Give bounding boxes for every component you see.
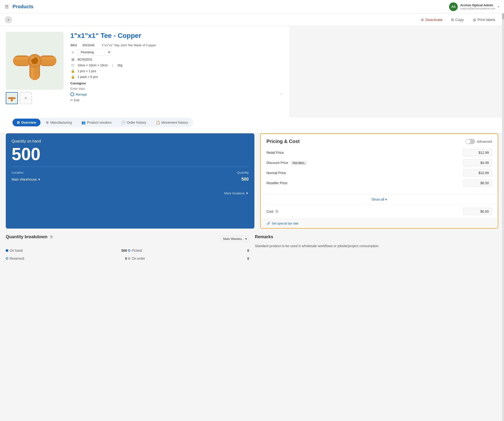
- weight-value: 16g: [117, 63, 122, 67]
- pack-icon: 🔒: [70, 75, 75, 79]
- panels-row: Quantity on hand 500 Location Quantity M…: [0, 133, 504, 229]
- action-buttons: ⊘ Deactivate ⧉ Copy 🖨 Print labels: [417, 16, 499, 24]
- tab-overview[interactable]: ⊞ Overview: [13, 119, 40, 126]
- retail-price-row: Retail Price: [266, 149, 492, 156]
- copy-icon: ⧉: [451, 18, 454, 22]
- remarks-text: Standard product to be used in wholesale…: [255, 243, 498, 249]
- advanced-label: Advanced: [477, 140, 492, 143]
- product-description: 1"x1"x1" Slip Joint Tee Made of Copper: [102, 43, 156, 47]
- tax-rate-link[interactable]: 🔗 Set special tax rate: [266, 222, 492, 225]
- top-nav: ☰ Products AA Archon Optical Admin suppo…: [0, 0, 504, 14]
- tab-product-vendors[interactable]: 👥 Product vendors: [77, 119, 116, 126]
- tab-manufacturing[interactable]: ⚙ Manufacturing: [41, 119, 76, 126]
- on-hand-label: On hand: [6, 249, 23, 252]
- normal-price-input[interactable]: [463, 169, 492, 177]
- location-dropdown-icon[interactable]: ▾: [38, 177, 40, 181]
- product-image-svg: [13, 41, 56, 80]
- advanced-toggle-switch[interactable]: [465, 139, 475, 144]
- barcode-icon: ▦: [70, 57, 75, 61]
- user-email: support@archonsystems.com: [460, 7, 495, 10]
- pricing-inner: Pricing & Cost Advanced Retail Price Dis…: [261, 134, 498, 194]
- cost-input[interactable]: [463, 208, 492, 215]
- breakdown-help-icon[interactable]: ?: [49, 235, 53, 239]
- on-hand-bullet: [6, 249, 8, 252]
- deactivate-button[interactable]: ⊘ Deactivate: [417, 16, 446, 24]
- warehouse-select[interactable]: Main Warebo... ▾: [221, 236, 249, 242]
- dimensions-icon: ⊡: [70, 63, 75, 67]
- qty-breakdown-section: Quantity breakdown ? Main Warebo... ▾ On…: [6, 234, 249, 262]
- unit-icon: 🔒: [70, 69, 75, 73]
- user-avatar[interactable]: AA: [449, 2, 458, 11]
- image-thumbnails: +: [6, 92, 64, 104]
- unit-conversion: 1 pcs = 1 pcs: [78, 69, 96, 73]
- user-info: AA Archon Optical Admin support@archonsy…: [449, 2, 499, 11]
- category-select[interactable]: Plumbing: [78, 49, 111, 55]
- normal-price-row: Normal Price: [266, 169, 492, 177]
- more-locations-button[interactable]: More locations ▼: [12, 182, 249, 195]
- pricing-header: Pricing & Cost Advanced: [266, 139, 492, 144]
- tab-order-history[interactable]: 🕐 Order history: [117, 119, 151, 126]
- tab-movement-history[interactable]: 📋 Movement history: [152, 119, 192, 126]
- remarks-section: Remarks Standard product to be used in w…: [255, 234, 498, 262]
- discount-price-row: Discount Price TAX INCL.: [266, 159, 492, 166]
- user-name: Archon Optical Admin: [460, 3, 495, 7]
- warehouse-label: Main Warebo...: [223, 237, 244, 241]
- copy-button[interactable]: ⧉ Copy: [447, 16, 468, 24]
- tab-movement-icon: 📋: [156, 121, 160, 124]
- qty-number: 500: [12, 145, 249, 163]
- tax-rate-label: Set special tax rate: [272, 222, 298, 225]
- normal-price-label: Normal Price: [266, 171, 463, 175]
- tax-rate-row: 🔗 Set special tax rate: [261, 218, 498, 228]
- category-icon: ≡: [70, 50, 75, 54]
- close-button[interactable]: ×: [5, 16, 12, 23]
- retail-price-input[interactable]: [463, 149, 492, 156]
- qty-divider: [12, 167, 249, 167]
- tab-vendors-icon: 👥: [81, 121, 86, 124]
- help-icon[interactable]: ?: [275, 210, 279, 213]
- show-all-row: Show all ▾: [261, 194, 498, 204]
- edit-label: Edit: [74, 98, 79, 102]
- breakdown-title: Quantity breakdown ?: [6, 234, 53, 239]
- consignor-block: Consignor: [70, 81, 119, 90]
- tab-overview-icon: ⊞: [17, 121, 20, 124]
- tab-order-label: Order history: [127, 121, 146, 124]
- tabs-container: ⊞ Overview ⚙ Manufacturing 👥 Product ven…: [0, 118, 504, 133]
- pack-conversion: 1 pack = 5 pcs: [78, 75, 98, 79]
- add-image-button[interactable]: +: [20, 92, 32, 104]
- tab-order-icon: 🕐: [121, 121, 125, 124]
- category-row: ≡ Plumbing: [70, 49, 283, 55]
- user-chevron-icon[interactable]: ▾: [498, 5, 499, 8]
- nav-title: Products: [13, 4, 449, 9]
- print-labels-button[interactable]: 🖨 Print labels: [469, 16, 499, 24]
- hamburger-icon[interactable]: ☰: [5, 4, 9, 9]
- pricing-title: Pricing & Cost: [266, 139, 300, 144]
- dimensions-value: 10cm × 10cm × 10cm: [78, 63, 108, 67]
- edit-link[interactable]: ✏ Edit: [70, 98, 283, 102]
- svg-rect-2: [13, 57, 30, 60]
- manage-circle-icon: [70, 92, 74, 96]
- manage-label: Manage: [76, 93, 87, 96]
- qty-row-value: 500: [241, 177, 249, 182]
- dimensions-row: ⊡ 10cm × 10cm × 10cm | 16g: [70, 63, 283, 67]
- edit-pencil-icon: ✏: [70, 98, 73, 102]
- breakdown-picked: Picked 0: [128, 247, 249, 254]
- consignor-input[interactable]: [70, 87, 119, 90]
- scrollbar[interactable]: [502, 0, 504, 268]
- pack-conversion-row: 🔒 1 pack = 5 pcs: [70, 75, 283, 79]
- action-bar: × ⊘ Deactivate ⧉ Copy 🖨 Print labels: [0, 14, 504, 26]
- discount-price-input[interactable]: [463, 159, 492, 166]
- warehouse-chevron: ▾: [245, 237, 247, 241]
- reseller-price-input[interactable]: [463, 179, 492, 187]
- reserved-label: Reserved: [6, 257, 24, 260]
- print-icon: 🖨: [472, 18, 476, 22]
- pricing-panel: Pricing & Cost Advanced Retail Price Dis…: [260, 133, 498, 229]
- thumbnail-1[interactable]: [6, 92, 18, 104]
- qty-label: Quantity on hand: [12, 139, 249, 143]
- discount-price-label: Discount Price TAX INCL.: [266, 161, 463, 165]
- on-hand-value: 500: [121, 249, 127, 252]
- tax-incl-badge: TAX INCL.: [291, 161, 307, 165]
- tab-vendors-label: Product vendors: [87, 121, 112, 124]
- show-all-button[interactable]: Show all ▾: [371, 197, 387, 201]
- on-order-bullet: [128, 257, 130, 260]
- quantity-panel: Quantity on hand 500 Location Quantity M…: [6, 133, 254, 229]
